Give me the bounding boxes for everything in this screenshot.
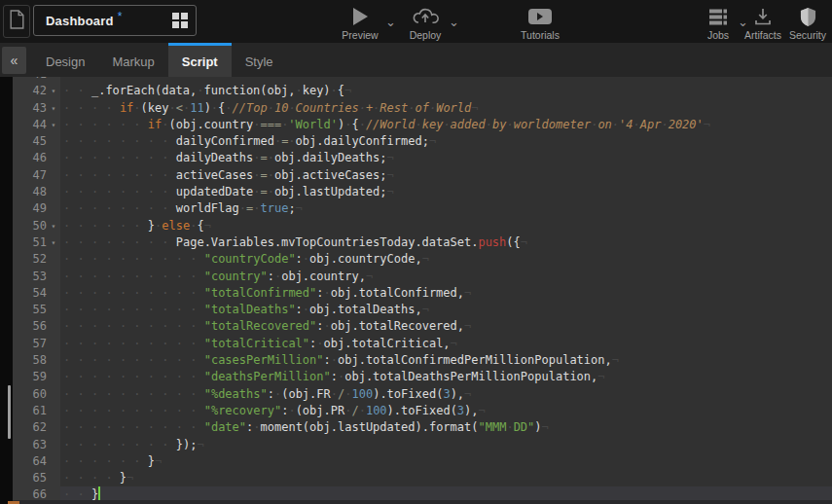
code-line[interactable]: 59· · · · · · · · · · "deathsPerMillion"… <box>13 369 832 385</box>
jobs-button[interactable]: ⌄ Jobs <box>695 5 742 41</box>
code-line[interactable]: 49· · · · · · · · worldFlag·=·true;¬ <box>13 200 832 217</box>
line-number: 46 <box>13 150 47 166</box>
code-line[interactable]: 60· · · · · · · · · · "%deaths":·(obj.FR… <box>13 386 832 403</box>
preview-button[interactable]: ⌄ Preview <box>332 5 388 41</box>
fold-spacer <box>47 285 60 302</box>
code-line[interactable]: 64· · · · · · }¬ <box>13 453 832 470</box>
eol-marker: ¬ <box>387 168 394 182</box>
line-number: 62 <box>13 419 47 436</box>
tutorials-label: Tutorials <box>514 29 566 41</box>
artifacts-label: Artifacts <box>740 29 786 41</box>
fold-toggle[interactable]: ▾ <box>47 218 60 234</box>
page-icon-button[interactable] <box>3 5 30 38</box>
line-number: 57 <box>13 336 47 352</box>
line-number: 51 <box>13 234 47 251</box>
shield-icon <box>784 5 831 28</box>
code-line[interactable]: 62· · · · · · · · · · "date":·moment(obj… <box>13 419 832 436</box>
fold-spacer <box>47 352 60 369</box>
eol-marker: ¬ <box>471 101 478 115</box>
fold-spacer <box>47 251 60 268</box>
eol-marker: ¬ <box>197 438 203 451</box>
code-text: · · · · · · · · · · "totalCritical":·obj… <box>60 336 457 352</box>
code-text: · · · · · · · · · · "countryCode":·obj.c… <box>60 251 429 268</box>
chevron-down-icon[interactable]: ⌄ <box>385 18 396 27</box>
code-line[interactable]: 57· · · · · · · · · · "totalCritical":·o… <box>13 336 832 352</box>
line-number: 50 <box>13 218 47 234</box>
code-text: · · · · }¬ <box>60 470 133 486</box>
code-text: · · · · · · · · dailyDeaths·=·obj.dailyD… <box>60 150 394 166</box>
artifacts-button[interactable]: Artifacts <box>740 5 786 41</box>
code-lines: 41¬42▾· · _.forEach(data,·function(obj,·… <box>13 77 832 504</box>
line-number: 43 <box>13 100 47 117</box>
code-line[interactable]: 63· · · · · · · · });¬ <box>13 437 832 453</box>
code-text: · · · · · · · · worldFlag·=·true;¬ <box>60 200 303 217</box>
code-line[interactable]: 53· · · · · · · · · · "country":·obj.cou… <box>13 269 832 285</box>
tab-style[interactable]: Style <box>232 43 287 77</box>
eol-marker: ¬ <box>464 286 471 300</box>
code-line[interactable]: 54· · · · · · · · · · "totalConfirmed":·… <box>13 285 832 302</box>
script-editor[interactable]: 41¬42▾· · _.forEach(data,·function(obj,·… <box>0 77 832 504</box>
code-line[interactable]: 50▾· · · · · · }·else·{¬ <box>13 218 832 234</box>
gutter-cell: 43▾ <box>13 100 60 117</box>
code-line[interactable]: 48· · · · · · · · updatedDate·=·obj.last… <box>13 184 832 200</box>
fold-spacer <box>47 184 60 200</box>
line-number: 44 <box>13 117 47 133</box>
eol-marker: ¬ <box>479 404 486 417</box>
tutorials-button[interactable]: Tutorials <box>514 5 566 41</box>
code-line[interactable]: 58· · · · · · · · · · "casesPerMillion":… <box>13 352 832 369</box>
line-number: 61 <box>13 403 47 419</box>
fold-toggle[interactable]: ▾ <box>47 234 60 251</box>
fold-toggle[interactable]: ▾ <box>47 83 60 99</box>
eol-marker: ¬ <box>204 219 211 233</box>
fold-spacer <box>47 419 60 436</box>
eol-marker: ¬ <box>422 303 429 316</box>
fold-toggle[interactable]: ▾ <box>47 100 60 117</box>
code-line[interactable]: 43▾· · · · if·(key·<·11)·{·//Top·10·Coun… <box>13 100 832 117</box>
gutter-cell: 51▾ <box>13 234 60 251</box>
line-number: 52 <box>13 251 47 268</box>
widgets-grid-icon[interactable] <box>172 13 188 28</box>
line-number: 55 <box>13 302 47 318</box>
code-line[interactable]: 56· · · · · · · · · · "totalRecovered":·… <box>13 318 832 335</box>
code-text: · · · · · · if·(obj.country·===·'World')… <box>60 117 710 133</box>
fold-spacer <box>47 437 60 453</box>
page-name: Dashboard <box>46 14 114 28</box>
page-selector[interactable]: Dashboard * <box>33 5 197 36</box>
fold-spacer <box>47 269 60 285</box>
unsaved-indicator: * <box>118 10 123 23</box>
tab-design[interactable]: Design <box>32 43 98 77</box>
code-text: · · · · · · · · · · "country":·obj.count… <box>60 269 373 285</box>
gutter-cell: 49 <box>13 200 60 217</box>
eol-marker: ¬ <box>127 471 133 485</box>
gutter-cell: 61 <box>13 403 60 419</box>
code-line[interactable]: 42▾· · _.forEach(data,·function(obj,·key… <box>13 83 832 99</box>
vertical-scrollbar-thumb[interactable] <box>8 385 11 439</box>
gutter-cell: 56 <box>13 318 60 335</box>
gutter-cell: 59 <box>13 369 60 385</box>
code-line[interactable]: 65· · · · }¬ <box>13 470 832 486</box>
code-line[interactable]: 47· · · · · · · · activeCases·=·obj.acti… <box>13 167 832 184</box>
code-line[interactable]: 44▾· · · · · · if·(obj.country·===·'Worl… <box>13 117 832 133</box>
chevron-down-icon[interactable]: ⌄ <box>449 18 459 27</box>
code-line[interactable]: 52· · · · · · · · · · "countryCode":·obj… <box>13 251 832 268</box>
fold-spacer <box>47 336 60 352</box>
fold-spacer <box>47 369 60 385</box>
fold-spacer <box>47 403 60 419</box>
code-line[interactable]: 55· · · · · · · · · · "totalDeaths":·obj… <box>13 302 832 318</box>
tab-script[interactable]: Script <box>168 43 232 77</box>
code-line[interactable]: 61· · · · · · · · · · "%recovery":·(obj.… <box>13 403 832 419</box>
fold-toggle[interactable]: ▾ <box>47 117 60 133</box>
eol-marker: ¬ <box>155 454 162 468</box>
security-button[interactable]: Security <box>784 5 831 41</box>
code-text: · · · · · · · · · · "totalRecovered":·ob… <box>60 318 471 335</box>
code-line[interactable]: 51▾· · · · · · · · Page.Variables.mvTopC… <box>13 234 832 251</box>
gutter-cell: 58 <box>13 352 60 369</box>
eol-marker: ¬ <box>542 420 549 434</box>
deploy-button[interactable]: ⌄ Deploy <box>399 5 452 41</box>
code-line[interactable]: 45· · · · · · · · dailyConfirmed·=·obj.d… <box>13 133 832 150</box>
fold-spacer <box>47 302 60 318</box>
code-line[interactable]: 46· · · · · · · · dailyDeaths·=·obj.dail… <box>13 150 832 166</box>
tab-markup[interactable]: Markup <box>98 43 167 77</box>
collapse-panel-button[interactable]: « <box>2 47 26 74</box>
line-number: 63 <box>13 437 47 453</box>
